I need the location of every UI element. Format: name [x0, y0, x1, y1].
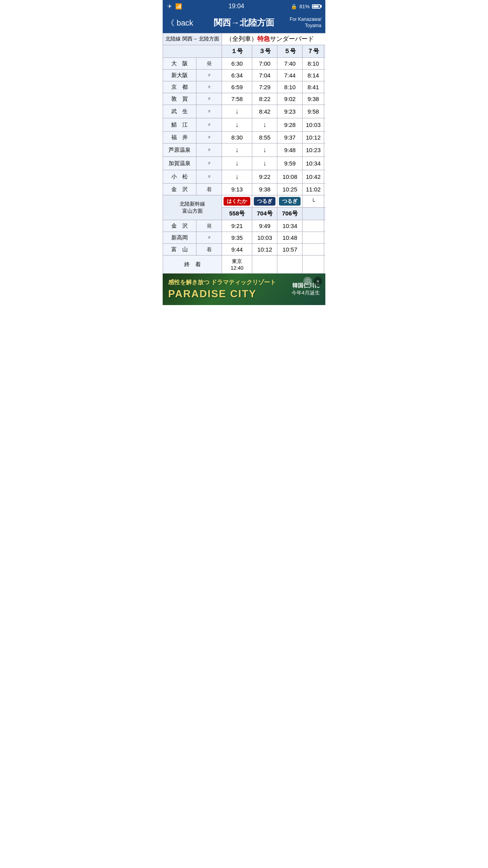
- time-sabae-9: [324, 118, 325, 132]
- station-sabae: 鯖 江: [163, 118, 196, 132]
- time-kyoto-9: [324, 81, 325, 93]
- table-row: 京 都 〃 6:59 7:29 8:10 8:41: [163, 81, 326, 93]
- time-osaka-7: 8:10: [303, 58, 324, 70]
- service-name: サンダーバード: [270, 35, 314, 42]
- table-row: 加賀温泉 〃 ↓ ↓ 9:59 10:34: [163, 157, 326, 170]
- time-fukui-5: 9:37: [277, 132, 303, 143]
- time-kanazawa-shin-706: 10:34: [277, 220, 303, 232]
- badge-corner: └: [303, 195, 324, 208]
- time-osaka-5: 7:40: [277, 58, 303, 70]
- train-num-3: ５号: [277, 45, 303, 58]
- nav-subtitle: For Kanazawa/Toyama: [282, 17, 321, 29]
- train-num-5: 9…: [324, 45, 325, 58]
- time-awara-9: [324, 143, 325, 157]
- time-shinosaka-5: 7:44: [277, 70, 303, 81]
- back-button[interactable]: 《 back: [167, 18, 206, 28]
- badge-tsurugi-706: つるぎ: [279, 197, 301, 206]
- time-komatsu-3: 9:22: [252, 170, 277, 184]
- time-tsuruga-5: 9:02: [277, 93, 303, 105]
- time-toyama-9: [324, 244, 325, 256]
- time-osaka-3: 7:00: [252, 58, 277, 70]
- table-row: 新大阪 〃 6:34 7:04 7:44 8:14: [163, 70, 326, 81]
- station-fukui: 福 井: [163, 132, 196, 143]
- time-kanazawa-shin-558: 9:21: [222, 220, 252, 232]
- time-shinosaka-1: 6:34: [222, 70, 252, 81]
- time-shintakaoka-9: [324, 232, 325, 244]
- time-toyama-704: 10:12: [252, 244, 277, 256]
- time-kaga-1: ↓: [222, 157, 252, 170]
- time-shintakaoka-704: 10:03: [252, 232, 277, 244]
- train-num-2: ３号: [252, 45, 277, 58]
- time-sabae-7: 10:03: [303, 118, 324, 132]
- station-kanazawa-dep: 金 沢: [163, 220, 196, 232]
- time-komatsu-7: 10:42: [303, 170, 324, 184]
- time-fukui-7: 10:12: [303, 132, 324, 143]
- station-toyama: 富 山: [163, 244, 196, 256]
- time-kanazawa-5: 10:25: [277, 184, 303, 195]
- station-final: 終 着: [163, 256, 222, 274]
- service-prefix: （全列車）: [226, 35, 257, 42]
- time-fukui-3: 8:55: [252, 132, 277, 143]
- time-sabae-5: 9:28: [277, 118, 303, 132]
- time-kanazawa-shin-7: [303, 220, 324, 232]
- time-sabae-1: ↓: [222, 118, 252, 132]
- table-row: 大 阪 発 6:30 7:00 7:40 8:10: [163, 58, 326, 70]
- shin-num-empty: [303, 208, 324, 220]
- type-kyoto: 〃: [196, 81, 222, 93]
- service-header-row: 北陸線 関西→ 北陸方面 （全列車）特急サンダーバード: [163, 33, 326, 45]
- ad-close-button[interactable]: ×: [314, 277, 322, 285]
- time-awara-1: ↓: [222, 143, 252, 157]
- time-osaka-1: 6:30: [222, 58, 252, 70]
- station-osaka: 大 阪: [163, 58, 196, 70]
- time-osaka-9: [324, 58, 325, 70]
- time-shinosaka-7: 8:14: [303, 70, 324, 81]
- time-final-9: [324, 256, 325, 274]
- time-toyama-7: [303, 244, 324, 256]
- ad-info-button[interactable]: ⓘ: [303, 277, 312, 285]
- ad-date: 今年4月誕生: [292, 289, 320, 296]
- time-takefu-3: 8:42: [252, 105, 277, 118]
- time-kyoto-3: 7:29: [252, 81, 277, 93]
- table-row: 武 生 〃 ↓ 8:42 9:23 9:58: [163, 105, 326, 118]
- time-kaga-7: 10:34: [303, 157, 324, 170]
- nav-bar: 《 back 関西→北陸方面 For Kanazawa/Toyama: [163, 13, 325, 33]
- table-row: 金 沢 着 9:13 9:38 10:25 11:02: [163, 184, 326, 195]
- time-awara-5: 9:48: [277, 143, 303, 157]
- time-kaga-5: 9:59: [277, 157, 303, 170]
- station-tsuruga: 敦 賀: [163, 93, 196, 105]
- time-tsuruga-9: [324, 93, 325, 105]
- badge-hakutaka: はくたか: [224, 197, 250, 206]
- time-kanazawa-shin-9: [324, 220, 325, 232]
- time-fukui-1: 8:30: [222, 132, 252, 143]
- route-header: 北陸線 関西→ 北陸方面: [163, 33, 222, 45]
- time-kaga-9: [324, 157, 325, 170]
- time-final-558: 東京12:40: [222, 256, 252, 274]
- battery-icon: [312, 4, 321, 9]
- shin-num-706: 706号: [277, 208, 303, 220]
- airplane-icon: ✈: [167, 3, 172, 9]
- time-tsuruga-3: 8:22: [252, 93, 277, 105]
- type-shin-osaka: 〃: [196, 70, 222, 81]
- station-kaga: 加賀温泉: [163, 157, 196, 170]
- table-row: 金 沢 発 9:21 9:49 10:34: [163, 220, 326, 232]
- type-awara: 〃: [196, 143, 222, 157]
- table-row: 芦原温泉 〃 ↓ ↓ 9:48 10:23: [163, 143, 326, 157]
- time-komatsu-9: [324, 170, 325, 184]
- type-kanazawa: 着: [196, 184, 222, 195]
- time-kyoto-7: 8:41: [303, 81, 324, 93]
- time-takefu-9: [324, 105, 325, 118]
- time-takefu-5: 9:23: [277, 105, 303, 118]
- status-left-icons: ✈ 📶: [167, 3, 182, 9]
- station-takefu: 武 生: [163, 105, 196, 118]
- badge-704: つるぎ: [252, 195, 277, 208]
- time-sabae-3: ↓: [252, 118, 277, 132]
- type-tsuruga: 〃: [196, 93, 222, 105]
- table-row: 福 井 〃 8:30 8:55 9:37 10:12: [163, 132, 326, 143]
- time-final-704: [252, 256, 277, 274]
- service-type: 特急: [257, 35, 270, 42]
- time-kyoto-5: 8:10: [277, 81, 303, 93]
- table-row: 新高岡 〃 9:35 10:03 10:48: [163, 232, 326, 244]
- status-time: 19:04: [228, 3, 244, 10]
- station-awara: 芦原温泉: [163, 143, 196, 157]
- time-tsuruga-1: 7:58: [222, 93, 252, 105]
